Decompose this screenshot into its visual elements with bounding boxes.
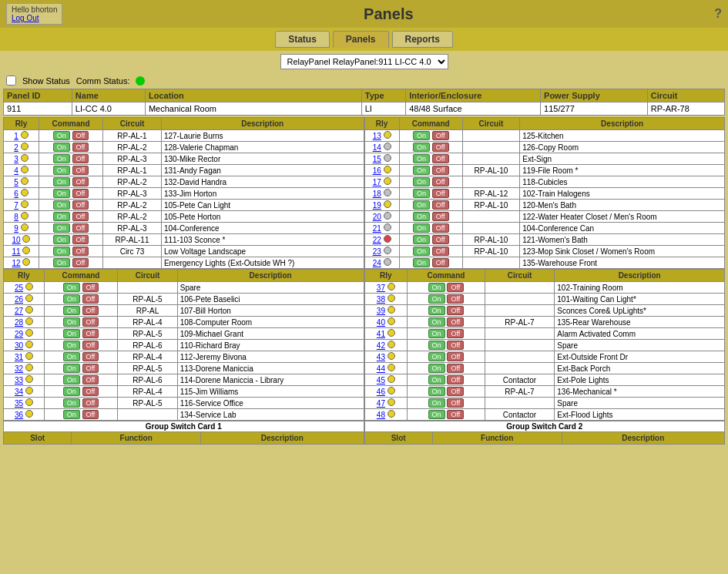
on-button[interactable]: On xyxy=(53,131,70,140)
rly-number[interactable]: 1 xyxy=(14,132,18,140)
on-button[interactable]: On xyxy=(428,410,445,419)
on-button[interactable]: On xyxy=(53,212,70,221)
off-button[interactable]: Off xyxy=(82,306,99,315)
rly-number[interactable]: 35 xyxy=(15,399,23,408)
on-button[interactable]: On xyxy=(53,177,70,186)
off-button[interactable]: Off xyxy=(432,223,449,233)
on-button[interactable]: On xyxy=(53,189,70,198)
on-button[interactable]: On xyxy=(53,200,70,210)
off-button[interactable]: Off xyxy=(447,294,464,304)
off-button[interactable]: Off xyxy=(82,375,99,384)
rly-number[interactable]: 39 xyxy=(377,307,385,315)
off-button[interactable]: Off xyxy=(82,329,99,338)
on-button[interactable]: On xyxy=(53,154,70,163)
rly-number[interactable]: 5 xyxy=(14,178,18,186)
on-button[interactable]: On xyxy=(413,235,430,244)
rly-number[interactable]: 16 xyxy=(373,166,381,175)
on-button[interactable]: On xyxy=(53,247,70,256)
rly-number[interactable]: 17 xyxy=(373,178,381,186)
on-button[interactable]: On xyxy=(63,387,80,396)
off-button[interactable]: Off xyxy=(82,410,99,419)
rly-number[interactable]: 8 xyxy=(14,213,18,221)
on-button[interactable]: On xyxy=(413,166,430,175)
on-button[interactable]: On xyxy=(53,166,70,175)
on-button[interactable]: On xyxy=(63,398,80,408)
on-button[interactable]: On xyxy=(428,306,445,315)
rly-number[interactable]: 32 xyxy=(15,364,23,373)
off-button[interactable]: Off xyxy=(432,166,449,175)
show-status-checkbox[interactable] xyxy=(6,76,16,86)
on-button[interactable]: On xyxy=(413,200,430,210)
on-button[interactable]: On xyxy=(413,247,430,256)
rly-number[interactable]: 13 xyxy=(373,132,381,140)
on-button[interactable]: On xyxy=(63,317,80,327)
off-button[interactable]: Off xyxy=(82,294,99,304)
tab-reports[interactable]: Reports xyxy=(392,31,453,48)
off-button[interactable]: Off xyxy=(432,131,449,140)
on-button[interactable]: On xyxy=(428,364,445,373)
off-button[interactable]: Off xyxy=(82,341,99,350)
off-button[interactable]: Off xyxy=(447,364,464,373)
on-button[interactable]: On xyxy=(413,154,430,163)
rly-number[interactable]: 2 xyxy=(14,143,18,152)
off-button[interactable]: Off xyxy=(432,200,449,210)
rly-number[interactable]: 22 xyxy=(373,236,381,244)
off-button[interactable]: Off xyxy=(72,143,89,152)
off-button[interactable]: Off xyxy=(447,352,464,361)
off-button[interactable]: Off xyxy=(432,177,449,186)
off-button[interactable]: Off xyxy=(447,317,464,327)
on-button[interactable]: On xyxy=(428,352,445,361)
rly-number[interactable]: 19 xyxy=(373,201,381,210)
rly-number[interactable]: 6 xyxy=(14,190,18,198)
rly-number[interactable]: 9 xyxy=(14,224,18,233)
rly-number[interactable]: 46 xyxy=(377,388,385,396)
rly-number[interactable]: 38 xyxy=(377,295,385,304)
rly-number[interactable]: 12 xyxy=(12,259,21,267)
rly-number[interactable]: 10 xyxy=(12,236,21,244)
rly-number[interactable]: 3 xyxy=(14,155,18,163)
rly-number[interactable]: 15 xyxy=(373,155,381,163)
rly-number[interactable]: 41 xyxy=(377,330,385,338)
off-button[interactable]: Off xyxy=(432,258,449,267)
off-button[interactable]: Off xyxy=(447,306,464,315)
off-button[interactable]: Off xyxy=(82,364,99,373)
rly-number[interactable]: 30 xyxy=(15,341,23,350)
off-button[interactable]: Off xyxy=(432,212,449,221)
on-button[interactable]: On xyxy=(428,341,445,350)
rly-number[interactable]: 43 xyxy=(377,353,385,361)
on-button[interactable]: On xyxy=(428,375,445,384)
tab-panels[interactable]: Panels xyxy=(333,31,389,48)
on-button[interactable]: On xyxy=(428,398,445,408)
rly-number[interactable]: 28 xyxy=(15,318,23,327)
on-button[interactable]: On xyxy=(63,352,80,361)
on-button[interactable]: On xyxy=(413,223,430,233)
off-button[interactable]: Off xyxy=(72,189,89,198)
rly-number[interactable]: 20 xyxy=(373,213,381,221)
off-button[interactable]: Off xyxy=(72,223,89,233)
rly-number[interactable]: 11 xyxy=(12,247,21,256)
rly-number[interactable]: 24 xyxy=(373,259,381,267)
on-button[interactable]: On xyxy=(53,223,70,233)
rly-number[interactable]: 47 xyxy=(377,399,385,408)
off-button[interactable]: Off xyxy=(432,235,449,244)
off-button[interactable]: Off xyxy=(72,154,89,163)
on-button[interactable]: On xyxy=(413,212,430,221)
off-button[interactable]: Off xyxy=(432,143,449,152)
on-button[interactable]: On xyxy=(413,258,430,267)
rly-number[interactable]: 42 xyxy=(377,341,385,350)
off-button[interactable]: Off xyxy=(72,200,89,210)
off-button[interactable]: Off xyxy=(432,154,449,163)
off-button[interactable]: Off xyxy=(72,212,89,221)
rly-number[interactable]: 26 xyxy=(15,295,23,304)
off-button[interactable]: Off xyxy=(447,329,464,338)
on-button[interactable]: On xyxy=(63,329,80,338)
rly-number[interactable]: 14 xyxy=(373,143,381,152)
rly-number[interactable]: 34 xyxy=(15,388,23,396)
off-button[interactable]: Off xyxy=(447,283,464,292)
tab-status[interactable]: Status xyxy=(275,31,330,48)
on-button[interactable]: On xyxy=(63,283,80,292)
on-button[interactable]: On xyxy=(428,387,445,396)
on-button[interactable]: On xyxy=(63,306,80,315)
off-button[interactable]: Off xyxy=(447,387,464,396)
on-button[interactable]: On xyxy=(413,143,430,152)
